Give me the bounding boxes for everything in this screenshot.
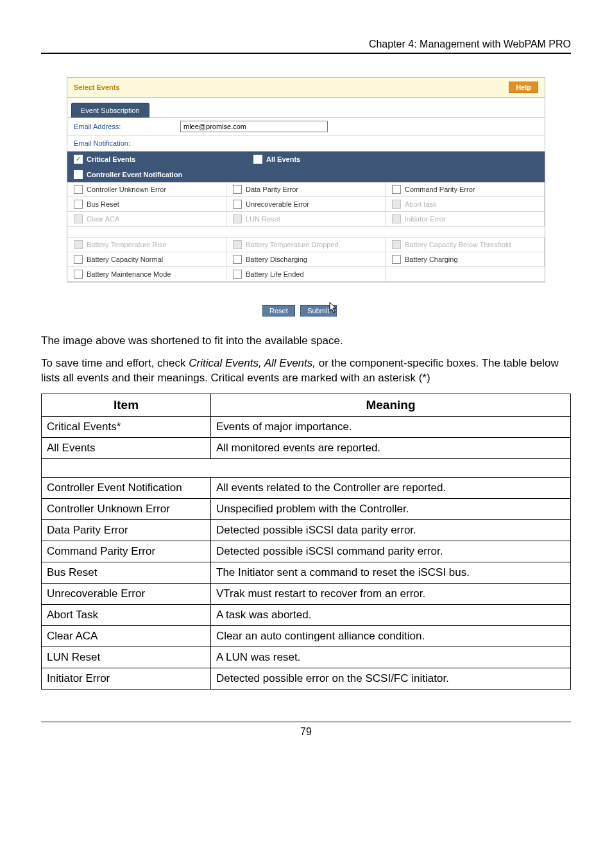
table-row: Unrecoverable Error VTrak must restart t… <box>42 583 571 604</box>
col-header-meaning: Meaning <box>211 394 571 416</box>
events-grid: Controller Unknown Error Data Parity Err… <box>67 182 545 282</box>
event-checkbox <box>233 240 242 249</box>
help-button[interactable]: Help <box>509 82 538 93</box>
event-label: Controller Unknown Error <box>87 186 166 193</box>
select-events-panel: Select Events Help Event Subscription Em… <box>67 77 545 282</box>
table-row: All Events All monitored events are repo… <box>42 437 571 458</box>
meaning-cell: Unspecified problem with the Controller. <box>211 498 571 519</box>
table-row: Bus Reset The Initiator sent a command t… <box>42 562 571 583</box>
panel-title-bar: Select Events Help <box>67 78 545 98</box>
event-checkbox[interactable] <box>74 185 83 194</box>
event-label: Battery Maintenance Mode <box>87 270 171 278</box>
event-label: Initiator Error <box>405 215 446 223</box>
event-label: Bus Reset <box>87 200 119 208</box>
meaning-cell: Detected possible error on the SCSI/FC i… <box>211 668 571 689</box>
controller-group-header: Controller Event Notification <box>67 167 545 182</box>
event-label: Abort task <box>405 200 437 208</box>
critical-events-checkbox[interactable]: ✓ <box>74 155 83 164</box>
header-rule <box>41 53 571 54</box>
event-checkbox[interactable] <box>392 185 401 194</box>
item-cell: Controller Event Notification <box>42 477 211 498</box>
col-header-item: Item <box>42 394 211 416</box>
tab-row: Event Subscription <box>67 98 545 118</box>
meaning-cell: All events related to the Controller are… <box>211 477 571 498</box>
item-cell: Initiator Error <box>42 668 211 689</box>
gap-row <box>67 227 545 238</box>
event-checkbox[interactable] <box>233 185 242 194</box>
table-spacer-row <box>42 458 571 477</box>
meaning-cell: The Initiator sent a command to reset th… <box>211 562 571 583</box>
table-row: Controller Unknown Error Unspecified pro… <box>42 498 571 519</box>
events-meaning-table: Item Meaning Critical Events* Events of … <box>41 394 571 690</box>
event-label: LUN Reset <box>246 215 280 223</box>
all-events-checkbox[interactable] <box>253 155 262 164</box>
item-cell: Bus Reset <box>42 562 211 583</box>
instruction-text: To save time and effort, check Critical … <box>41 356 571 386</box>
item-cell: LUN Reset <box>42 647 211 668</box>
table-row: Data Parity Error Detected possible iSCS… <box>42 519 571 541</box>
item-cell: Unrecoverable Error <box>42 583 211 604</box>
event-checkbox <box>392 240 401 249</box>
table-row: Critical Events* Events of major importa… <box>42 416 571 437</box>
email-notification-label: Email Notification: <box>67 135 545 152</box>
meaning-cell: Detected possible iSCSI command parity e… <box>211 541 571 562</box>
button-row: Reset Submit <box>41 300 571 316</box>
event-label: Battery Discharging <box>246 256 307 263</box>
event-checkbox <box>392 200 401 209</box>
table-row: Clear ACA Clear an auto contingent allia… <box>42 625 571 647</box>
event-label: Battery Capacity Below Threshold <box>405 241 511 248</box>
event-checkbox <box>392 214 401 223</box>
critical-events-label: Critical Events <box>87 155 135 163</box>
event-label: Battery Temperature Rise <box>87 241 167 248</box>
event-label: Data Parity Error <box>246 186 298 193</box>
event-label: Battery Charging <box>405 256 458 263</box>
event-checkbox[interactable] <box>233 255 242 264</box>
event-checkbox <box>74 214 83 223</box>
email-address-label: Email Address: <box>67 119 176 134</box>
meaning-cell: Detected possible iSCSI data parity erro… <box>211 519 571 541</box>
meaning-cell: All monitored events are reported. <box>211 437 571 458</box>
item-cell: Command Parity Error <box>42 541 211 562</box>
event-label: Command Parity Error <box>405 186 475 193</box>
event-checkbox <box>233 214 242 223</box>
panel-title: Select Events <box>74 83 120 91</box>
table-row: Controller Event Notification All events… <box>42 477 571 498</box>
all-events-label: All Events <box>266 155 300 163</box>
meaning-cell: Events of major importance. <box>211 416 571 437</box>
table-row: Command Parity Error Detected possible i… <box>42 541 571 562</box>
email-address-row: Email Address: <box>67 118 545 135</box>
filter-header-row: ✓ Critical Events All Events <box>67 152 545 167</box>
meaning-cell: A LUN was reset. <box>211 647 571 668</box>
cursor-icon <box>329 302 339 315</box>
event-checkbox <box>74 240 83 249</box>
page-number: 79 <box>41 722 571 738</box>
email-address-input[interactable] <box>180 121 328 132</box>
table-row: LUN Reset A LUN was reset. <box>42 647 571 668</box>
event-checkbox[interactable] <box>233 270 242 279</box>
event-checkbox[interactable] <box>233 200 242 209</box>
event-label: Unrecoverable Error <box>246 200 309 208</box>
item-cell: Clear ACA <box>42 625 211 647</box>
meaning-cell: VTrak must restart to recover from an er… <box>211 583 571 604</box>
table-row: Initiator Error Detected possible error … <box>42 668 571 689</box>
reset-button[interactable]: Reset <box>262 305 295 317</box>
meaning-cell: Clear an auto contingent alliance condit… <box>211 625 571 647</box>
item-cell: Controller Unknown Error <box>42 498 211 519</box>
chapter-header: Chapter 4: Management with WebPAM PRO <box>41 39 571 50</box>
item-cell: Data Parity Error <box>42 519 211 541</box>
meaning-cell: A task was aborted. <box>211 604 571 625</box>
event-label: Battery Capacity Normal <box>87 256 163 263</box>
event-label: Clear ACA <box>87 215 119 223</box>
event-checkbox[interactable] <box>392 255 401 264</box>
event-checkbox[interactable] <box>74 200 83 209</box>
event-checkbox[interactable] <box>74 255 83 264</box>
controller-group-checkbox[interactable] <box>74 170 83 179</box>
table-row: Abort Task A task was aborted. <box>42 604 571 625</box>
event-label: Battery Temperature Dropped <box>246 241 339 248</box>
item-cell: Abort Task <box>42 604 211 625</box>
item-cell: Critical Events* <box>42 416 211 437</box>
tab-event-subscription[interactable]: Event Subscription <box>71 103 149 117</box>
controller-group-label: Controller Event Notification <box>87 171 182 178</box>
event-checkbox[interactable] <box>74 270 83 279</box>
event-label: Battery Life Ended <box>246 270 304 278</box>
